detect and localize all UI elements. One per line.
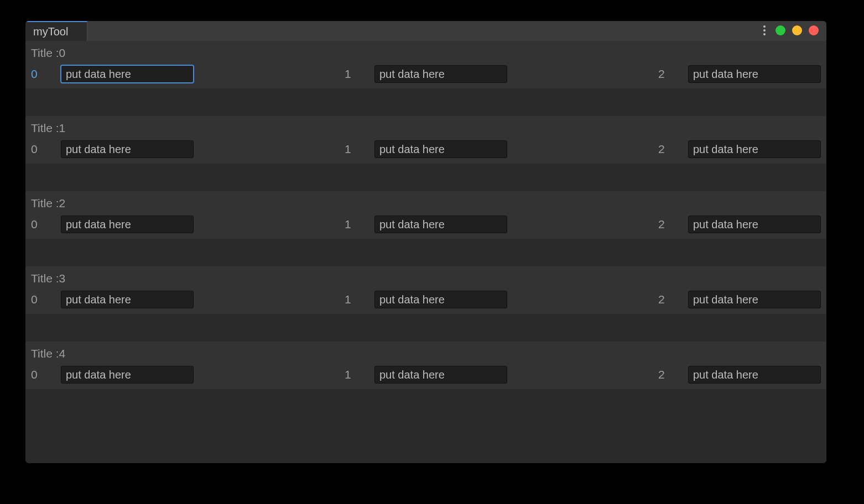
field: 2	[558, 65, 822, 83]
field: 2	[558, 366, 822, 384]
field: 0	[30, 291, 294, 308]
window-titlebar: myTool	[25, 21, 826, 41]
field-label: 2	[658, 67, 666, 81]
form-block: Title :3 0 1 2	[25, 266, 826, 314]
data-input[interactable]	[374, 140, 507, 158]
field-label: 0	[31, 67, 39, 81]
field: 2	[558, 140, 822, 158]
window-minimize-button[interactable]	[775, 25, 785, 35]
field: 2	[558, 216, 822, 233]
field-label: 1	[345, 293, 352, 306]
block-separator	[25, 314, 826, 322]
data-input[interactable]	[688, 366, 821, 384]
block-separator	[25, 88, 826, 96]
field-label: 1	[345, 143, 352, 156]
data-input[interactable]	[688, 216, 821, 233]
data-input[interactable]	[61, 65, 194, 83]
fields-row: 0 1 2	[30, 291, 822, 308]
block-title: Title :0	[30, 44, 822, 65]
field-label: 0	[31, 143, 39, 156]
data-input[interactable]	[374, 366, 507, 384]
content-area: Title :0 0 1 2 Title :1	[25, 41, 826, 463]
block-separator	[25, 171, 826, 191]
field: 0	[30, 216, 294, 233]
tab-mytool[interactable]: myTool	[25, 21, 87, 41]
data-input[interactable]	[688, 140, 821, 158]
block-title: Title :4	[30, 345, 822, 366]
field: 1	[294, 216, 558, 233]
field: 0	[30, 65, 294, 83]
window-maximize-button[interactable]	[792, 25, 802, 35]
field: 1	[294, 366, 558, 384]
field: 0	[30, 366, 294, 384]
form-block: Title :0 0 1 2	[25, 41, 826, 88]
block-separator	[25, 239, 826, 246]
fields-row: 0 1 2	[30, 65, 822, 83]
field: 0	[30, 140, 294, 158]
field: 1	[294, 140, 558, 158]
field-label: 2	[658, 293, 666, 306]
field: 1	[294, 291, 558, 308]
field-label: 1	[345, 368, 352, 381]
data-input[interactable]	[374, 65, 507, 83]
field-label: 0	[31, 293, 39, 306]
block-title: Title :2	[30, 195, 822, 216]
field-label: 2	[658, 143, 666, 156]
window-controls	[763, 25, 819, 35]
field-label: 1	[345, 67, 352, 81]
field-label: 2	[658, 218, 666, 231]
data-input[interactable]	[374, 291, 507, 308]
field-label: 2	[658, 368, 666, 381]
window-close-button[interactable]	[809, 25, 819, 35]
data-input[interactable]	[688, 65, 821, 83]
data-input[interactable]	[61, 216, 194, 233]
block-separator	[25, 322, 826, 342]
more-options-icon[interactable]	[763, 25, 766, 35]
block-separator	[25, 96, 826, 116]
block-separator	[25, 389, 826, 397]
data-input[interactable]	[688, 291, 821, 308]
tool-window: myTool Title :0 0 1	[25, 21, 826, 463]
fields-row: 0 1 2	[30, 216, 822, 233]
field-label: 0	[31, 218, 39, 231]
data-input[interactable]	[374, 216, 507, 233]
field-label: 1	[345, 218, 352, 231]
data-input[interactable]	[61, 366, 194, 384]
form-block: Title :2 0 1 2	[25, 191, 826, 239]
data-input[interactable]	[61, 291, 194, 308]
field: 2	[558, 291, 822, 308]
form-block: Title :4 0 1 2	[25, 342, 826, 389]
fields-row: 0 1 2	[30, 366, 822, 384]
block-title: Title :3	[30, 270, 822, 291]
form-block: Title :1 0 1 2	[25, 116, 826, 164]
field-label: 0	[31, 368, 39, 381]
field: 1	[294, 65, 558, 83]
data-input[interactable]	[61, 140, 194, 158]
tab-label: myTool	[33, 25, 68, 38]
block-separator	[25, 246, 826, 266]
block-title: Title :1	[30, 119, 822, 140]
fields-row: 0 1 2	[30, 140, 822, 158]
block-separator	[25, 164, 826, 171]
